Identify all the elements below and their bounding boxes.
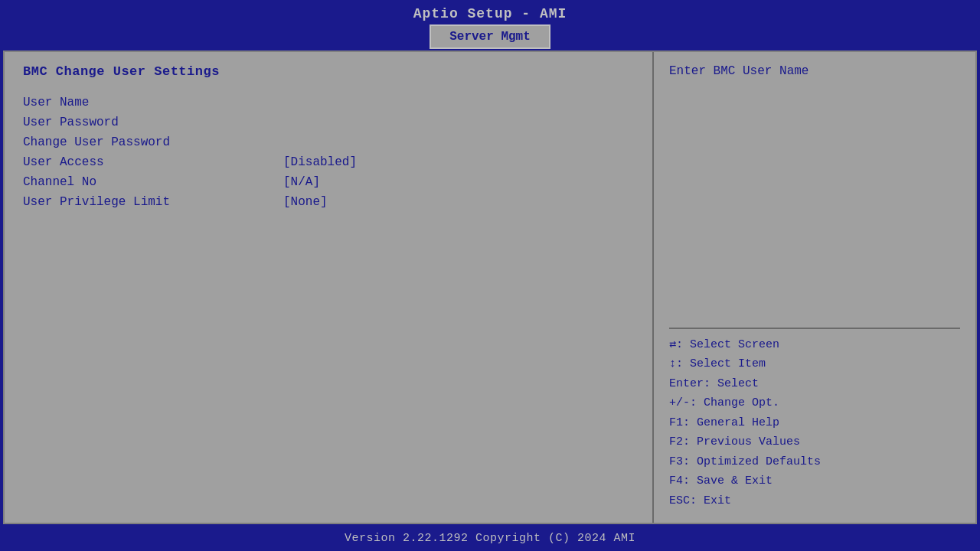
menu-label-change-password: Change User Password: [23, 135, 283, 149]
menu-item-user-access[interactable]: User Access [Disabled]: [23, 154, 634, 171]
tab-server-mgmt[interactable]: Server Mgmt: [430, 24, 550, 49]
key-f1-help: F1: General Help: [669, 413, 960, 433]
key-esc-exit: ESC: Exit: [669, 491, 960, 511]
menu-item-user-privilege[interactable]: User Privilege Limit [None]: [23, 194, 634, 210]
menu-label-username: User Name: [23, 96, 283, 109]
left-panel: BMC Change User Settings User Name User …: [5, 52, 654, 523]
key-select-screen: ⇄: Select Screen: [669, 335, 960, 355]
menu-value-user-privilege: [None]: [283, 195, 328, 209]
section-title: BMC Change User Settings: [23, 64, 634, 79]
menu-item-user-password[interactable]: User Password: [23, 114, 634, 131]
menu-value-channel-no: [N/A]: [283, 175, 320, 189]
app-title: Aptio Setup - AMI: [0, 0, 980, 24]
menu-label-user-access: User Access: [23, 155, 283, 169]
menu-label-user-privilege: User Privilege Limit: [23, 195, 283, 209]
menu-item-channel-no[interactable]: Channel No [N/A]: [23, 174, 634, 191]
menu-item-change-password[interactable]: Change User Password: [23, 134, 634, 151]
menu-label-user-password: User Password: [23, 116, 283, 129]
menu-value-user-access: [Disabled]: [283, 155, 357, 169]
key-f4-save: F4: Save & Exit: [669, 471, 960, 491]
key-change-opt: +/-: Change Opt.: [669, 393, 960, 413]
key-f3-defaults: F3: Optimized Defaults: [669, 452, 960, 472]
right-panel: Enter BMC User Name ⇄: Select Screen ↕: …: [654, 52, 975, 523]
key-bindings: ⇄: Select Screen ↕: Select Item Enter: S…: [669, 335, 960, 511]
menu-label-channel-no: Channel No: [23, 175, 283, 189]
tab-bar: Server Mgmt: [0, 24, 980, 49]
key-select-item: ↕: Select Item: [669, 354, 960, 374]
key-f2-prev: F2: Previous Values: [669, 432, 960, 452]
help-text: Enter BMC User Name: [669, 64, 960, 321]
divider: [669, 328, 960, 329]
menu-item-username[interactable]: User Name: [23, 94, 634, 111]
main-content: BMC Change User Settings User Name User …: [3, 51, 977, 524]
key-enter-select: Enter: Select: [669, 374, 960, 394]
footer: Version 2.22.1292 Copyright (C) 2024 AMI: [0, 526, 980, 551]
